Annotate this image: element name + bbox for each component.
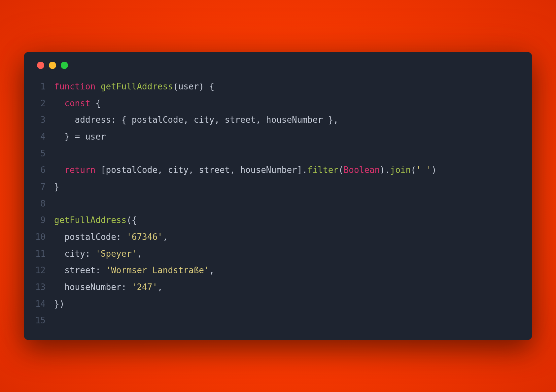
line-content: function getFullAddress(user) { xyxy=(54,78,521,95)
line-content: postalCode: '67346', xyxy=(54,229,521,245)
token-punct: { xyxy=(90,98,101,108)
line-number: 10 xyxy=(35,229,54,245)
token-punct: , xyxy=(163,232,168,242)
token-punct: houseNumber: xyxy=(54,282,132,292)
line-number: 5 xyxy=(35,145,54,162)
code-line: 8 xyxy=(35,195,521,212)
code-line: 5 xyxy=(35,145,521,162)
maximize-icon[interactable] xyxy=(61,62,68,69)
line-content: houseNumber: '247', xyxy=(54,279,521,296)
line-number: 9 xyxy=(35,212,54,229)
token-punct: [postalCode, city, street, houseNumber]. xyxy=(95,165,307,175)
code-line: 14}) xyxy=(35,296,521,312)
minimize-icon[interactable] xyxy=(49,62,56,69)
token-method: join xyxy=(390,165,411,175)
token-punct: ) xyxy=(432,165,437,175)
token-kw: const xyxy=(64,98,90,108)
code-window: 1function getFullAddress(user) {2 const … xyxy=(24,52,532,340)
code-line: 10 postalCode: '67346', xyxy=(35,229,521,245)
token-punct xyxy=(54,165,64,175)
code-line: 3 address: { postalCode, city, street, h… xyxy=(35,112,521,128)
token-str: '67346' xyxy=(126,232,163,242)
token-punct: street: xyxy=(54,265,106,275)
token-punct: ). xyxy=(380,165,390,175)
code-line: 9getFullAddress({ xyxy=(35,212,521,229)
line-number: 11 xyxy=(35,245,54,262)
close-icon[interactable] xyxy=(37,62,44,69)
line-content: return [postalCode, city, street, houseN… xyxy=(54,162,521,179)
token-str: 'Speyer' xyxy=(95,249,137,259)
code-line: 6 return [postalCode, city, street, hous… xyxy=(35,162,521,179)
code-line: 7} xyxy=(35,179,521,195)
line-number: 8 xyxy=(35,195,54,212)
token-cls: Boolean xyxy=(344,165,380,175)
token-punct: } xyxy=(54,182,59,192)
line-content xyxy=(54,312,521,329)
line-number: 4 xyxy=(35,128,54,145)
token-punct: ( xyxy=(173,82,178,91)
token-kw: return xyxy=(64,165,95,175)
line-number: 2 xyxy=(35,95,54,112)
line-content xyxy=(54,195,521,212)
code-line: 2 const { xyxy=(35,95,521,112)
token-punct xyxy=(54,98,64,108)
token-punct: }) xyxy=(54,299,64,309)
code-line: 12 street: 'Wormser Landstraße', xyxy=(35,262,521,279)
line-number: 1 xyxy=(35,78,54,95)
line-content: const { xyxy=(54,95,521,112)
token-kw: function xyxy=(54,82,95,91)
line-content: }) xyxy=(54,296,521,312)
line-content xyxy=(54,145,521,162)
token-punct: , xyxy=(137,249,142,259)
token-punct: city: xyxy=(54,249,95,259)
line-number: 14 xyxy=(35,296,54,312)
token-punct: user xyxy=(178,82,199,91)
token-fn: getFullAddress xyxy=(101,82,173,91)
line-number: 13 xyxy=(35,279,54,296)
line-number: 6 xyxy=(35,162,54,179)
token-punct: } = user xyxy=(54,132,106,142)
line-number: 7 xyxy=(35,179,54,195)
token-str: ' ' xyxy=(416,165,432,175)
token-punct: , xyxy=(209,265,215,275)
code-editor: 1function getFullAddress(user) {2 const … xyxy=(35,78,521,329)
window-controls xyxy=(37,62,521,69)
token-punct: ( xyxy=(411,165,416,175)
line-number: 12 xyxy=(35,262,54,279)
line-content: address: { postalCode, city, street, hou… xyxy=(54,112,521,128)
token-str: '247' xyxy=(132,282,157,292)
line-content: street: 'Wormser Landstraße', xyxy=(54,262,521,279)
token-punct xyxy=(95,82,101,91)
token-punct: ) { xyxy=(199,82,214,91)
code-line: 11 city: 'Speyer', xyxy=(35,245,521,262)
token-str: 'Wormser Landstraße' xyxy=(106,265,209,275)
line-content: } xyxy=(54,179,521,195)
token-punct: address: { postalCode, city, street, hou… xyxy=(54,115,338,125)
line-content: getFullAddress({ xyxy=(54,212,521,229)
line-content: } = user xyxy=(54,128,521,145)
code-line: 13 houseNumber: '247', xyxy=(35,279,521,296)
token-punct: postalCode: xyxy=(54,232,126,242)
token-punct: ({ xyxy=(126,215,137,225)
code-line: 1function getFullAddress(user) { xyxy=(35,78,521,95)
line-content: city: 'Speyer', xyxy=(54,245,521,262)
code-line: 4 } = user xyxy=(35,128,521,145)
code-line: 15 xyxy=(35,312,521,329)
token-punct: , xyxy=(157,282,163,292)
token-punct: ( xyxy=(338,165,344,175)
line-number: 15 xyxy=(35,312,54,329)
token-fn: getFullAddress xyxy=(54,215,126,225)
token-method: filter xyxy=(307,165,338,175)
line-number: 3 xyxy=(35,112,54,128)
